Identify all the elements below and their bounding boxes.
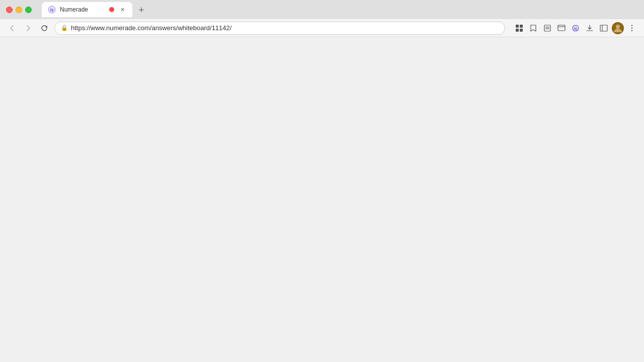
svg-rect-5	[520, 29, 523, 32]
url-bar[interactable]: 🔒 https://www.numerade.com/answers/white…	[54, 22, 505, 35]
back-button[interactable]	[6, 22, 18, 34]
svg-rect-9	[558, 25, 565, 31]
extensions-button[interactable]	[513, 22, 525, 34]
svg-text:N: N	[50, 8, 54, 13]
title-bar: N Numerade ✕ +	[0, 0, 644, 19]
tab-search-button[interactable]	[555, 22, 568, 34]
url-text: https://www.numerade.com/answers/whitebo…	[71, 24, 499, 32]
svg-rect-14	[600, 25, 607, 31]
numerade-extension-button[interactable]: N	[570, 22, 582, 34]
svg-rect-2	[516, 25, 519, 28]
profile-avatar[interactable]	[612, 22, 624, 34]
browser-chrome: N Numerade ✕ + 🔒 https://www.numerade.co…	[0, 0, 644, 37]
download-button[interactable]	[584, 22, 596, 34]
traffic-lights	[6, 7, 32, 13]
forward-button[interactable]	[22, 22, 34, 34]
tab-close-button[interactable]: ✕	[118, 6, 126, 14]
svg-text:N: N	[574, 27, 577, 31]
tab-favicon-icon: N	[48, 6, 56, 14]
sidebar-button[interactable]	[598, 22, 610, 34]
refresh-button[interactable]	[38, 22, 50, 34]
svg-rect-4	[516, 29, 519, 32]
lock-icon: 🔒	[61, 25, 68, 31]
svg-rect-3	[520, 25, 523, 28]
svg-point-17	[616, 25, 620, 29]
tab-title: Numerade	[60, 6, 105, 13]
address-bar: 🔒 https://www.numerade.com/answers/white…	[0, 19, 644, 37]
svg-point-20	[631, 30, 632, 31]
menu-button[interactable]	[626, 22, 638, 34]
reading-list-button[interactable]	[541, 22, 553, 34]
minimize-window-button[interactable]	[16, 7, 22, 13]
tab-bar: N Numerade ✕ +	[42, 2, 638, 17]
svg-point-19	[631, 27, 632, 28]
close-window-button[interactable]	[6, 7, 13, 13]
new-tab-button[interactable]: +	[134, 3, 148, 17]
browser-toolbar-icons: N	[513, 22, 638, 34]
recording-indicator-dot	[109, 7, 114, 12]
svg-rect-6	[544, 25, 550, 31]
maximize-window-button[interactable]	[25, 7, 32, 13]
svg-point-18	[631, 25, 632, 26]
active-tab[interactable]: N Numerade ✕	[42, 2, 132, 17]
bookmark-button[interactable]	[527, 22, 539, 34]
